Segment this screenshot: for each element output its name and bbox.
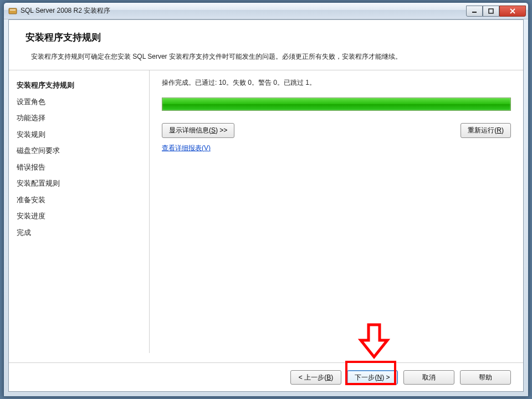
installer-window: SQL Server 2008 R2 安装程序 安装程序支持规则 安装程序支持规…	[3, 2, 529, 397]
sidebar-item-label: 安装进度	[17, 212, 45, 220]
page-header: 安装程序支持规则 安装程序支持规则可确定在您安装 SQL Server 安装程序…	[9, 20, 523, 70]
operation-status: 操作完成。已通过: 10。失败 0。警告 0。已跳过 1。	[162, 78, 511, 88]
sidebar-item-label: 功能选择	[17, 114, 45, 122]
close-button[interactable]	[499, 6, 526, 17]
sidebar-item-ready[interactable]: 准备安装	[9, 192, 149, 208]
titlebar: SQL Server 2008 R2 安装程序	[4, 3, 528, 19]
sidebar-item-role[interactable]: 设置角色	[9, 94, 149, 110]
back-button[interactable]: < 上一步(B)	[290, 370, 341, 385]
sidebar-item-install-rules[interactable]: 安装规则	[9, 126, 149, 143]
sidebar-item-config-rules[interactable]: 安装配置规则	[9, 175, 149, 192]
page-description: 安装程序支持规则可确定在您安装 SQL Server 安装程序支持文件时可能发生…	[25, 52, 480, 62]
svg-rect-1	[10, 9, 16, 11]
rerun-button[interactable]: 重新运行(R)	[461, 123, 511, 138]
sidebar-item-label: 安装规则	[17, 130, 45, 139]
maximize-button[interactable]	[483, 6, 499, 17]
sidebar-item-label: 准备安装	[17, 196, 45, 204]
svg-rect-3	[489, 9, 493, 13]
sidebar-item-disk[interactable]: 磁盘空间要求	[9, 142, 149, 159]
sidebar-item-progress[interactable]: 安装进度	[9, 208, 149, 224]
step-sidebar: 安装程序支持规则 设置角色 功能选择 安装规则 磁盘空间要求 错误报告 安装配置…	[9, 70, 150, 353]
progress-bar	[162, 98, 511, 111]
sidebar-item-support-rules[interactable]: 安装程序支持规则	[9, 77, 149, 94]
cancel-button[interactable]: 取消	[403, 370, 454, 385]
sidebar-item-label: 安装程序支持规则	[17, 81, 74, 89]
minimize-button[interactable]	[466, 6, 483, 17]
sidebar-item-feature[interactable]: 功能选择	[9, 110, 149, 126]
app-icon	[8, 7, 17, 16]
window-title: SQL Server 2008 R2 安装程序	[21, 6, 466, 16]
content-buttons: 显示详细信息(S) >> 重新运行(R)	[162, 123, 511, 138]
sidebar-item-complete[interactable]: 完成	[9, 224, 149, 241]
wizard-footer: < 上一步(B) 下一步(N) > 取消 帮助	[9, 362, 523, 391]
body: 安装程序支持规则 设置角色 功能选择 安装规则 磁盘空间要求 错误报告 安装配置…	[9, 70, 523, 353]
sidebar-item-label: 设置角色	[17, 98, 45, 106]
client-area: 安装程序支持规则 安装程序支持规则可确定在您安装 SQL Server 安装程序…	[8, 19, 524, 392]
help-button[interactable]: 帮助	[460, 370, 511, 385]
sidebar-item-label: 磁盘空间要求	[17, 146, 60, 155]
window-controls	[466, 6, 526, 17]
show-details-button[interactable]: 显示详细信息(S) >>	[162, 123, 234, 138]
sidebar-item-error-report[interactable]: 错误报告	[9, 159, 149, 176]
page-title: 安装程序支持规则	[25, 31, 507, 44]
svg-rect-0	[9, 8, 17, 14]
sidebar-item-label: 完成	[17, 228, 31, 237]
content-panel: 操作完成。已通过: 10。失败 0。警告 0。已跳过 1。 显示详细信息(S) …	[150, 70, 523, 353]
next-button[interactable]: 下一步(N) >	[347, 370, 398, 385]
sidebar-item-label: 错误报告	[17, 163, 45, 171]
sidebar-item-label: 安装配置规则	[17, 179, 60, 187]
view-report-link[interactable]: 查看详细报表(V)	[162, 144, 211, 152]
